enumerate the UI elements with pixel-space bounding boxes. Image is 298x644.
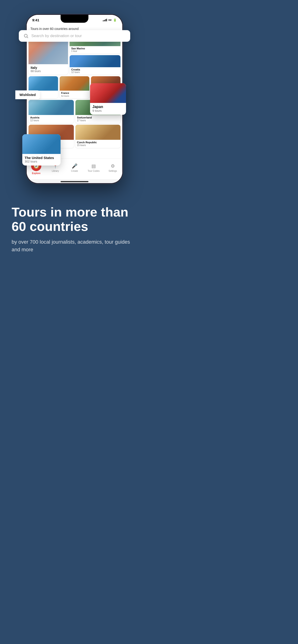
status-time: 9:41 bbox=[32, 18, 39, 22]
notch bbox=[61, 15, 88, 23]
us-popup-tours: 302 tours bbox=[25, 160, 58, 163]
search-icon bbox=[24, 34, 29, 38]
japan-popup-card[interactable]: Japan 9 tours bbox=[90, 83, 126, 115]
czech-name: Czech Republic bbox=[77, 141, 119, 144]
nav-settings[interactable]: ⚙ Settings bbox=[103, 163, 122, 172]
san-marino-tours: 1 tour bbox=[71, 50, 119, 52]
italy-name: Italy bbox=[31, 66, 66, 70]
france-card[interactable]: France 54 tours bbox=[60, 76, 89, 98]
home-indicator bbox=[61, 181, 88, 182]
status-bar: 9:41 ▾▾ 🔋 bbox=[27, 15, 122, 24]
japan-popup-image bbox=[90, 83, 126, 103]
tour-codes-icon: ▤ bbox=[91, 163, 96, 169]
nav-tour-codes-label: Tour Codes bbox=[88, 170, 100, 172]
croatia-image bbox=[70, 55, 120, 67]
czech-tours: 15 tours bbox=[77, 144, 119, 146]
austria-card[interactable]: Austria 12 tours bbox=[29, 100, 74, 123]
nav-explore-label: Explore bbox=[32, 172, 41, 174]
search-bar[interactable]: Search by destination or tour bbox=[19, 30, 130, 42]
japan-popup-name: Japan bbox=[92, 105, 124, 109]
battery-icon: 🔋 bbox=[113, 18, 117, 22]
czech-image bbox=[75, 125, 121, 140]
signal-bar-4 bbox=[106, 19, 107, 21]
settings-icon: ⚙ bbox=[111, 163, 115, 169]
nav-create[interactable]: 🎤 Create bbox=[65, 163, 84, 172]
monaco-image bbox=[29, 76, 58, 91]
austria-image bbox=[29, 100, 74, 115]
text-section: Tours in more than 60 countries by over … bbox=[0, 193, 149, 267]
croatia-card[interactable]: Croatia 12 tours bbox=[70, 55, 120, 75]
status-icons: ▾▾ 🔋 bbox=[103, 18, 117, 22]
croatia-name: Croatia bbox=[71, 68, 119, 71]
us-popup-name: The United States bbox=[25, 156, 58, 160]
nav-library-label: Library bbox=[52, 170, 59, 172]
wifi-icon: ▾▾ bbox=[108, 18, 112, 22]
wishlisted-badge: Wishlisted bbox=[15, 90, 40, 99]
switzerland-tours: 17 tours bbox=[77, 119, 119, 122]
search-placeholder: Search by destination or tour bbox=[31, 34, 82, 38]
main-headline: Tours in more than 60 countries bbox=[12, 205, 137, 234]
signal-bar-2 bbox=[104, 20, 105, 21]
nav-tour-codes[interactable]: ▤ Tour Codes bbox=[84, 163, 103, 172]
nav-create-label: Create bbox=[71, 170, 78, 172]
croatia-tours: 12 tours bbox=[71, 71, 119, 74]
france-name: France bbox=[61, 92, 88, 94]
sub-headline: by over 700 local journalists, academics… bbox=[12, 238, 137, 254]
us-popup-card[interactable]: The United States 302 tours bbox=[22, 134, 61, 166]
signal-bars bbox=[103, 19, 107, 21]
japan-popup-tours: 9 tours bbox=[92, 109, 124, 112]
italy-tours: 68 tours bbox=[31, 70, 66, 73]
phone-section: Search by destination or tour Wishlisted… bbox=[0, 0, 149, 193]
france-image bbox=[60, 76, 89, 91]
nav-settings-label: Settings bbox=[109, 170, 117, 172]
page-wrapper: Search by destination or tour Wishlisted… bbox=[0, 0, 149, 267]
austria-tours: 12 tours bbox=[30, 119, 72, 122]
san-marino-name: San Marino bbox=[71, 47, 119, 50]
czech-card[interactable]: Czech Republic 15 tours bbox=[75, 125, 121, 148]
svg-line-1 bbox=[27, 37, 28, 38]
us-popup-image bbox=[22, 134, 61, 154]
create-icon: 🎤 bbox=[72, 163, 78, 169]
france-tours: 54 tours bbox=[61, 94, 88, 97]
signal-bar-3 bbox=[105, 19, 106, 21]
switzerland-name: Switzerland bbox=[77, 116, 119, 119]
signal-bar-1 bbox=[103, 20, 104, 21]
austria-name: Austria bbox=[30, 116, 72, 119]
